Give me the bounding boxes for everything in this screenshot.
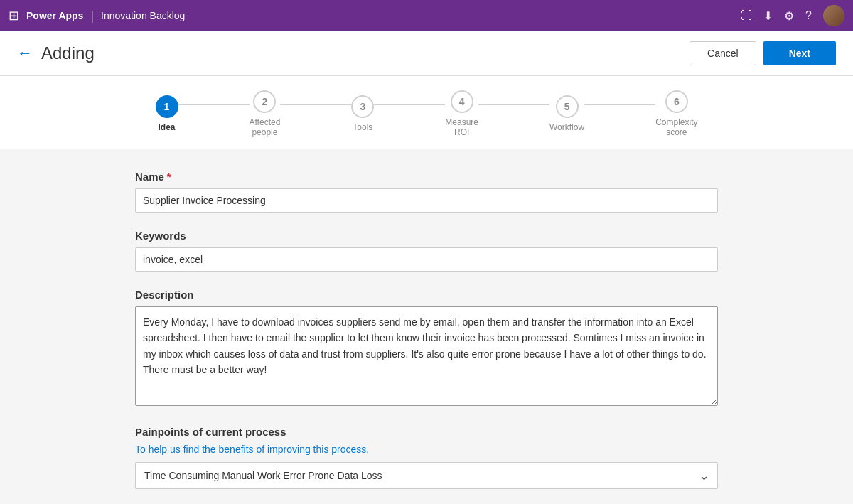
page-title: Adding: [41, 43, 690, 63]
connector-4-5: [478, 104, 549, 105]
step-2[interactable]: 2 Affectedpeople: [250, 90, 281, 137]
topbar-icons: ⛶ ⬇ ⚙ ?: [741, 5, 844, 26]
main-content: Name* Keywords Description Every Monday,…: [107, 149, 746, 504]
header-actions: Cancel Next: [690, 41, 836, 65]
painpoints-select[interactable]: Time Consuming Manual Work Error Prone D…: [135, 462, 718, 489]
screen-icon[interactable]: ⛶: [741, 9, 752, 22]
step-circle-3: 3: [351, 95, 374, 118]
step-label-5: Workflow: [549, 122, 584, 132]
settings-icon[interactable]: ⚙: [784, 9, 794, 23]
help-icon[interactable]: ?: [805, 9, 812, 22]
step-5[interactable]: 5 Workflow: [549, 95, 584, 132]
step-1[interactable]: 1 Idea: [156, 95, 178, 132]
keywords-field-group: Keywords: [135, 230, 718, 272]
stepper: 1 Idea 2 Affectedpeople 3 Tools 4 Measur…: [0, 76, 853, 149]
step-4[interactable]: 4 MeasureROI: [445, 90, 478, 137]
name-label: Name*: [135, 171, 718, 183]
grid-icon[interactable]: ⊞: [9, 8, 19, 23]
download-icon[interactable]: ⬇: [763, 9, 773, 23]
topbar-subtitle: Innovation Backlog: [101, 10, 185, 21]
step-circle-6: 6: [665, 90, 688, 113]
connector-3-4: [374, 104, 445, 105]
connector-5-6: [584, 104, 655, 105]
step-label-1: Idea: [158, 122, 175, 132]
painpoints-subtitle: To help us find the benefits of improvin…: [135, 444, 718, 455]
step-label-4: MeasureROI: [445, 117, 478, 137]
step-circle-2: 2: [253, 90, 276, 113]
next-button[interactable]: Next: [763, 41, 836, 65]
connector-2-3: [280, 104, 351, 105]
step-label-3: Tools: [353, 122, 372, 132]
connector-1-2: [178, 104, 250, 105]
topbar-divider: |: [90, 9, 94, 23]
description-label: Description: [135, 289, 718, 301]
keywords-label: Keywords: [135, 230, 718, 242]
painpoints-wrapper: Time Consuming Manual Work Error Prone D…: [135, 462, 718, 489]
back-button[interactable]: ←: [17, 44, 33, 63]
cancel-button[interactable]: Cancel: [690, 41, 756, 65]
name-input[interactable]: [135, 188, 718, 213]
step-3[interactable]: 3 Tools: [351, 95, 374, 132]
keywords-input[interactable]: [135, 247, 718, 272]
description-field-group: Description Every Monday, I have to down…: [135, 289, 718, 409]
app-name: Power Apps: [26, 10, 83, 21]
painpoints-value: Time Consuming Manual Work Error Prone D…: [144, 470, 382, 481]
step-circle-4: 4: [451, 90, 473, 113]
description-textarea[interactable]: Every Monday, I have to download invoice…: [135, 306, 718, 406]
step-circle-1: 1: [156, 95, 178, 118]
painpoints-label: Painpoints of current process: [135, 426, 718, 438]
avatar-image: [823, 5, 844, 26]
page-header: ← Adding Cancel Next: [0, 31, 853, 76]
required-star: *: [167, 171, 171, 183]
step-6[interactable]: 6 Complexityscore: [655, 90, 697, 137]
topbar: ⊞ Power Apps | Innovation Backlog ⛶ ⬇ ⚙ …: [0, 0, 853, 31]
step-label-6: Complexityscore: [655, 117, 697, 137]
step-label-2: Affectedpeople: [250, 117, 281, 137]
step-circle-5: 5: [556, 95, 579, 118]
avatar[interactable]: [823, 5, 844, 26]
name-field-group: Name*: [135, 171, 718, 213]
painpoints-field-group: Painpoints of current process To help us…: [135, 426, 718, 489]
